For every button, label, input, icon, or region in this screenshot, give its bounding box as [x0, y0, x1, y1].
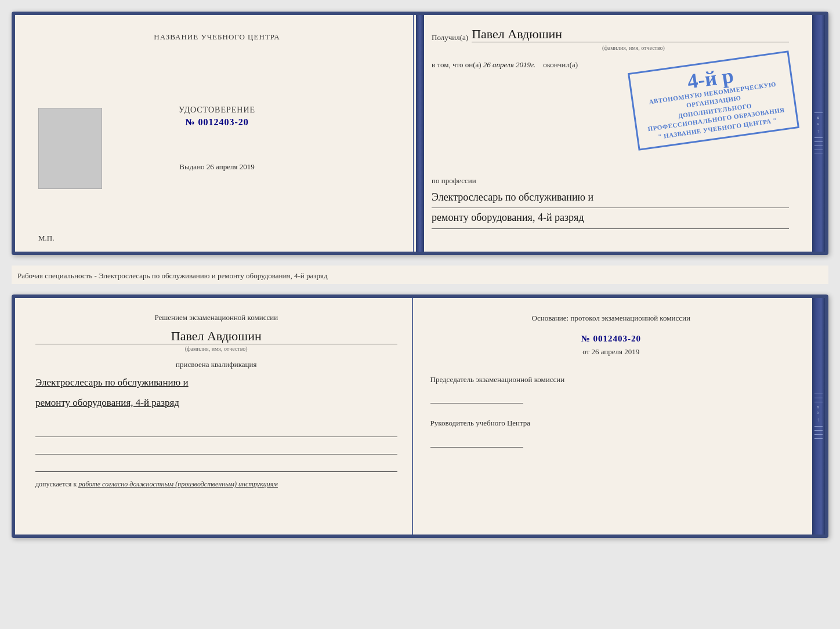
- strip-dash-5: [814, 150, 823, 150]
- bottom-strip-dash-3: [814, 402, 823, 402]
- prof-line2: ремонту оборудования, 4-й разряд: [432, 208, 789, 228]
- mp-label: М.П.: [38, 234, 54, 243]
- bottom-strip-dash-4: [814, 426, 823, 427]
- dopuskaetsya-prefix: допускается к: [35, 480, 77, 488]
- strip-char-a: а: [816, 123, 821, 125]
- fio-hint-bottom: (фамилия, имя, отчество): [35, 346, 397, 352]
- strip-dash-1: [814, 112, 823, 113]
- bottom-name: Павел Авдюшин: [35, 329, 397, 344]
- bottom-number: № 0012403-20: [581, 334, 641, 343]
- prisvoena-text: присвоена квалификация: [35, 360, 397, 369]
- poluchil-line: Получил(а) Павел Авдюшин: [432, 27, 789, 42]
- predsedatel-sig-line: [430, 390, 523, 403]
- bottom-document: Решением экзаменационной комиссии Павел …: [12, 294, 828, 538]
- qual-line1: Электрослесарь по обслуживанию и: [35, 374, 397, 392]
- rukovoditel-block: Руководитель учебного Центра: [430, 417, 792, 448]
- photo-placeholder: [38, 108, 102, 189]
- strip-dash-2: [814, 137, 823, 138]
- bottom-right-panel: Основание: протокол экзаменационной коми…: [413, 298, 813, 535]
- vydano-line: Выдано 26 апреля 2019: [179, 162, 254, 172]
- top-right-panel: Получил(а) Павел Авдюшин (фамилия, имя, …: [414, 15, 812, 252]
- ot-date: 26 апреля 2019: [591, 347, 639, 356]
- udostoverenie-number: № 0012403-20: [185, 117, 248, 127]
- strip-dash-3: [814, 141, 823, 142]
- osnovanie-text: Основание: протокол экзаменационной коми…: [430, 312, 792, 324]
- ot-line: от 26 апреля 2019: [430, 347, 792, 357]
- vydano-prefix: Выдано: [179, 162, 204, 171]
- poluchil-prefix: Получил(а): [432, 33, 468, 42]
- fio-hint-top: (фамилия, имя, отчество): [432, 45, 789, 51]
- top-document: НАЗВАНИЕ УЧЕБНОГО ЦЕНТРА УДОСТОВЕРЕНИЕ №…: [12, 12, 828, 255]
- strip-char-i: и: [816, 117, 821, 119]
- bottom-strip-char-a: а: [816, 412, 821, 414]
- bottom-strip-dash-7: [814, 438, 823, 439]
- sig-line-2: [35, 441, 397, 455]
- bottom-strip-dash-6: [814, 434, 823, 435]
- signature-lines: [35, 423, 397, 472]
- right-side-strip: и а ←: [812, 15, 825, 252]
- top-left-title: НАЗВАНИЕ УЧЕБНОГО ЦЕНТРА: [154, 32, 280, 42]
- resheniem-title: Решением экзаменационной комиссии: [35, 312, 397, 323]
- separator-text: Рабочая специальность - Электрослесарь п…: [12, 266, 828, 284]
- predsedatel-block: Председатель экзаменационной комиссии: [430, 374, 792, 404]
- dopuskaetsya-block: допускается к работе согласно должностны…: [35, 480, 397, 489]
- rukovoditel-text: Руководитель учебного Центра: [430, 417, 792, 429]
- strip-char-arrow: ←: [816, 129, 821, 134]
- bottom-strip-dash-5: [814, 430, 823, 431]
- top-left-panel: НАЗВАНИЕ УЧЕБНОГО ЦЕНТРА УДОСТОВЕРЕНИЕ №…: [15, 15, 414, 252]
- strip-dash-4: [814, 146, 823, 146]
- udostoverenie-block: УДОСТОВЕРЕНИЕ № 0012403-20: [179, 106, 255, 128]
- bottom-strip-dash-1: [814, 394, 823, 394]
- predsedatel-text: Председатель экзаменационной комиссии: [430, 374, 792, 386]
- rukovoditel-sig-line: [430, 434, 523, 448]
- okonchil-text: окончил(а): [543, 60, 578, 69]
- vydano-date: 26 апреля 2019: [207, 162, 255, 171]
- ot-prefix: от: [582, 347, 589, 356]
- vtom-date: 26 апреля 2019г.: [483, 60, 535, 69]
- bottom-left-panel: Решением экзаменационной комиссии Павел …: [15, 298, 413, 535]
- po-professii-label: по профессии: [432, 176, 789, 186]
- sig-line-3: [35, 458, 397, 472]
- bottom-strip-char-arrow: ←: [816, 417, 821, 423]
- number-block: № 0012403-20: [430, 333, 792, 344]
- dopuskaetsya-italic: работе согласно должностным (производств…: [78, 480, 278, 488]
- prof-line1: Электрослесарь по обслуживанию и: [432, 188, 789, 208]
- qual-line2: ремонту оборудования, 4-й разряд: [35, 394, 397, 412]
- po-professii-section: по профессии Электрослесарь по обслужива…: [432, 176, 789, 229]
- bottom-right-side-strip: и а ←: [812, 298, 825, 535]
- udostoverenie-label: УДОСТОВЕРЕНИЕ: [179, 106, 255, 115]
- sig-line-1: [35, 423, 397, 437]
- recipient-name: Павел Авдюшин: [472, 27, 789, 42]
- strip-dash-6: [814, 154, 823, 154]
- bottom-strip-char-i: и: [816, 406, 821, 409]
- vtom-prefix: в том, что он(а): [432, 60, 481, 69]
- bottom-strip-dash-2: [814, 398, 823, 398]
